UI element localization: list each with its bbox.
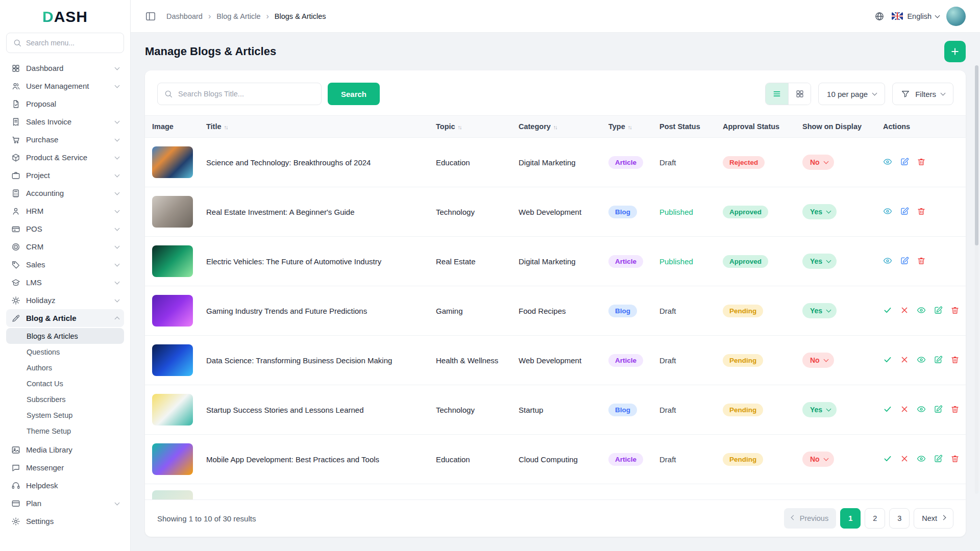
approve-button[interactable] [883,355,893,365]
sidebar-item-dashboard[interactable]: Dashboard [6,59,124,77]
purchase-icon [11,135,20,144]
sidebar-subitem-contact-us[interactable]: Contact Us [6,375,124,391]
column-header-title[interactable]: Title↑↓ [201,116,431,138]
sidebar-item-product-service[interactable]: Product & Service [6,148,124,166]
blogs-search-input[interactable] [157,83,322,105]
view-button[interactable] [917,355,927,365]
sidebar-item-pos[interactable]: POS [6,220,124,238]
edit-button[interactable] [934,306,944,316]
show-on-display-select[interactable]: Yes [802,254,837,269]
sidebar-item-proposal[interactable]: Proposal [6,95,124,113]
sidebar-toggle-button[interactable] [145,11,156,22]
show-on-display-select[interactable]: No [802,155,834,170]
approve-button[interactable] [883,454,893,464]
delete-button[interactable] [950,454,961,464]
next-page-button[interactable]: Next [914,508,953,529]
reject-button[interactable] [900,355,910,365]
edit-button[interactable] [934,355,944,365]
delete-button[interactable] [917,256,927,266]
table-header-row: ImageTitle↑↓Topic↑↓Category↑↓Type↑↓Post … [145,116,966,138]
sidebar-item-crm[interactable]: CRM [6,238,124,256]
per-page-select[interactable]: 10 per page [818,83,885,105]
page-button-1[interactable]: 1 [840,508,861,529]
sidebar-subitem-subscribers[interactable]: Subscribers [6,391,124,407]
view-button[interactable] [883,256,893,266]
scrollbar-thumb[interactable] [975,65,978,245]
sidebar-item-sales-invoice[interactable]: Sales Invoice [6,113,124,131]
globe-icon [874,11,885,21]
delete-button[interactable] [917,207,927,217]
sidebar-item-media-library[interactable]: Media Library [6,441,124,459]
sidebar-item-holidayz[interactable]: Holidayz [6,291,124,309]
row-title: Gaming Industry Trends and Future Predic… [206,307,367,315]
sidebar-item-blog-article[interactable]: Blog & Article [6,309,124,327]
delete-button[interactable] [950,405,961,415]
column-header-topic[interactable]: Topic↑↓ [431,116,513,138]
sidebar-item-user-management[interactable]: User Management [6,77,124,95]
vertical-scrollbar[interactable] [975,65,978,494]
globe-button[interactable] [874,11,885,21]
sidebar-item-helpdesk[interactable]: Helpdesk [6,477,124,494]
sidebar-item-project[interactable]: Project [6,166,124,184]
blogs-table: ImageTitle↑↓Topic↑↓Category↑↓Type↑↓Post … [145,115,966,484]
sidebar-item-settings[interactable]: Settings [6,512,124,530]
sidebar-item-purchase[interactable]: Purchase [6,131,124,148]
trash-icon [917,207,926,216]
edit-button[interactable] [934,454,944,464]
reject-button[interactable] [900,454,910,464]
sidebar-item-sales[interactable]: Sales [6,256,124,273]
grid-view-button[interactable] [788,83,811,105]
check-icon [883,306,892,315]
row-title: Mobile App Development: Best Practices a… [206,455,379,464]
filters-button[interactable]: Filters [892,83,953,105]
search-button[interactable]: Search [328,83,380,105]
view-button[interactable] [883,207,893,217]
column-header-category[interactable]: Category↑↓ [513,116,603,138]
row-title: Science and Technology: Breakthroughs of… [206,158,371,167]
sidebar-search-input[interactable] [26,39,117,47]
view-button[interactable] [883,157,893,167]
approve-button[interactable] [883,306,893,316]
user-avatar[interactable] [946,7,966,26]
delete-button[interactable] [950,355,961,365]
sidebar-subitem-theme-setup[interactable]: Theme Setup [6,423,124,439]
sidebar-subitem-authors[interactable]: Authors [6,360,124,375]
sidebar-subitem-questions[interactable]: Questions [6,344,124,360]
delete-button[interactable] [950,306,961,316]
add-blog-button[interactable] [944,41,966,62]
delete-button[interactable] [917,157,927,167]
show-on-display-select[interactable]: Yes [802,402,837,417]
column-header-type[interactable]: Type↑↓ [603,116,654,138]
view-button[interactable] [917,405,927,415]
page-button-3[interactable]: 3 [889,508,910,529]
breadcrumb-item-dashboard[interactable]: Dashboard [166,12,203,20]
chevron-down-icon [115,65,120,70]
sidebar-subitem-system-setup[interactable]: System Setup [6,407,124,423]
sidebar-item-plan[interactable]: Plan [6,494,124,512]
sidebar-item-hrm[interactable]: HRM [6,202,124,220]
show-on-display-select[interactable]: Yes [802,303,837,318]
previous-page-button[interactable]: Previous [784,508,836,529]
breadcrumb-item-blog-article[interactable]: Blog & Article [216,12,260,20]
edit-button[interactable] [934,405,944,415]
show-on-display-select[interactable]: Yes [802,204,837,219]
reject-button[interactable] [900,405,910,415]
edit-button[interactable] [900,207,910,217]
page-button-2[interactable]: 2 [865,508,885,529]
chevron-down-icon [826,407,831,412]
list-view-button[interactable] [766,83,788,105]
show-on-display-select[interactable]: No [802,353,834,368]
edit-button[interactable] [900,256,910,266]
sidebar-subitem-blogs-articles[interactable]: Blogs & Articles [6,328,124,344]
edit-button[interactable] [900,157,910,167]
sidebar-item-accounting[interactable]: Accounting [6,184,124,202]
language-select[interactable]: English [892,12,939,20]
view-button[interactable] [917,306,927,316]
reject-button[interactable] [900,306,910,316]
sidebar-item-lms[interactable]: LMS [6,273,124,291]
sidebar-item-messenger[interactable]: Messenger [6,459,124,477]
approve-button[interactable] [883,405,893,415]
show-on-display-select[interactable]: No [802,452,834,467]
sidebar-submenu: Blogs & ArticlesQuestionsAuthorsContact … [6,327,124,441]
view-button[interactable] [917,454,927,464]
